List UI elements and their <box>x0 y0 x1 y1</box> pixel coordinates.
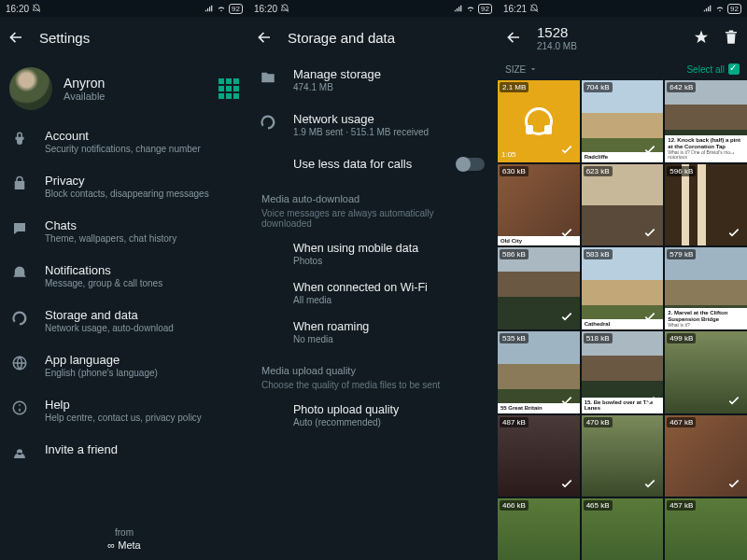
settings-item-privacy[interactable]: Privacy Block contacts, disappearing mes… <box>0 164 248 209</box>
bell-off-icon <box>280 4 289 13</box>
upload-quality-desc: Choose the quality of media files to be … <box>248 380 498 396</box>
media-tile[interactable]: 623 kB <box>582 164 664 246</box>
check-icon <box>559 142 574 157</box>
chevron-down-icon <box>529 64 538 74</box>
tile-size: 2.1 MB <box>500 82 529 92</box>
profile-status: Available <box>63 91 105 102</box>
tile-size: 704 kB <box>584 82 613 92</box>
qr-icon[interactable] <box>218 78 239 99</box>
less-data-row[interactable]: Use less data for calls <box>248 147 498 180</box>
back-icon[interactable] <box>256 29 273 46</box>
media-tile[interactable]: 457 kB <box>665 498 747 560</box>
photo-quality-row[interactable]: Photo upload quality Auto (recommended) <box>248 396 498 435</box>
check-icon <box>726 225 741 240</box>
media-tile[interactable]: 630 kBOld City <box>498 164 580 246</box>
media-tile[interactable]: 499 kB <box>665 331 747 413</box>
media-tile[interactable]: 583 kBCathedral <box>582 247 664 329</box>
selection-size: 214.0 MB <box>537 41 577 51</box>
media-tile[interactable]: 467 kB <box>665 415 747 497</box>
less-data-toggle[interactable] <box>457 158 485 171</box>
settings-item-notifications[interactable]: Notifications Message, group & call tone… <box>0 254 248 299</box>
select-all-button[interactable]: Select all <box>686 63 740 75</box>
header: 1528 214.0 MB <box>498 17 747 58</box>
auto-download-row[interactable]: When roamingNo media <box>248 313 498 352</box>
tile-size: 457 kB <box>667 500 696 511</box>
media-tile[interactable]: 704 kBRadcliffe <box>582 80 664 162</box>
row-icon <box>11 310 28 327</box>
media-tile[interactable]: 586 kB <box>498 247 580 329</box>
check-icon <box>726 393 741 408</box>
media-tile[interactable]: 465 kB <box>582 498 664 560</box>
wifi-icon <box>715 4 725 13</box>
check-icon <box>642 309 657 324</box>
media-tile[interactable]: 535 kB55 Great Britain <box>498 331 580 413</box>
tile-size: 499 kB <box>667 333 696 343</box>
media-auto-desc: Voice messages are always automatically … <box>248 208 498 234</box>
data-usage-icon <box>260 114 276 131</box>
settings-item-help[interactable]: Help Help centre, contact us, privacy po… <box>0 388 248 433</box>
check-icon <box>642 225 657 240</box>
sort-button[interactable]: SIZE <box>505 64 538 75</box>
network-usage-row[interactable]: Network usage 1.9 MB sent · 515.1 MB rec… <box>248 103 498 147</box>
headphones-icon <box>525 107 553 135</box>
status-bar: 16:20 92 <box>248 0 498 17</box>
header: Settings <box>0 17 248 58</box>
check-icon <box>559 309 574 324</box>
row-icon <box>11 265 28 282</box>
settings-item-account[interactable]: Account Security notifications, change n… <box>0 119 248 164</box>
settings-item-invite-a-friend[interactable]: Invite a friend <box>0 433 248 474</box>
row-icon <box>11 399 28 416</box>
folder-icon <box>260 69 276 86</box>
tile-size: 583 kB <box>584 249 613 259</box>
manage-storage-row[interactable]: Manage storage 474.1 MB <box>248 58 498 103</box>
status-time: 16:20 <box>6 4 29 14</box>
tile-size: 470 kB <box>584 417 613 427</box>
check-icon <box>642 476 657 491</box>
settings-item-storage-and-data[interactable]: Storage and data Network usage, auto-dow… <box>0 299 248 343</box>
media-tile[interactable]: 487 kB <box>498 415 580 497</box>
select-all-checkbox[interactable] <box>728 63 740 75</box>
settings-item-chats[interactable]: Chats Theme, wallpapers, chat history <box>0 209 248 254</box>
row-icon <box>11 175 28 192</box>
media-tile[interactable]: 579 kB2. Marvel at the Clifton Suspensio… <box>665 247 747 329</box>
auto-download-row[interactable]: When connected on Wi-FiAll media <box>248 273 498 313</box>
media-tile[interactable]: 470 kB <box>582 415 664 497</box>
check-icon <box>642 393 657 408</box>
settings-item-app-language[interactable]: App language English (phone's language) <box>0 343 248 388</box>
signal-icon <box>703 4 712 13</box>
media-grid: 2.1 MB1:05704 kBRadcliffe642 kB12. Knock… <box>498 80 747 560</box>
tile-size: 579 kB <box>667 249 696 259</box>
page-title: Storage and data <box>288 30 395 46</box>
row-icon <box>11 220 28 237</box>
tile-size: 487 kB <box>500 417 529 427</box>
media-tile[interactable]: 518 kB15. Be bowled over at The Lanes <box>582 331 664 413</box>
media-tile[interactable]: 642 kB12. Knock back (half) a pint at th… <box>665 80 747 162</box>
battery-icon: 92 <box>727 4 741 14</box>
star-icon[interactable] <box>693 29 710 46</box>
battery-icon: 92 <box>478 4 492 14</box>
auto-download-row[interactable]: When using mobile dataPhotos <box>248 234 498 273</box>
back-icon[interactable] <box>505 29 522 46</box>
back-icon[interactable] <box>7 29 24 46</box>
tile-size: 518 kB <box>584 333 613 343</box>
row-icon <box>11 131 28 147</box>
bell-off-icon <box>529 4 539 13</box>
media-tile[interactable]: 466 kB <box>498 498 580 560</box>
tile-size: 642 kB <box>667 82 696 92</box>
status-bar: 16:20 92 <box>0 0 248 17</box>
status-bar: 16:21 92 <box>498 0 747 17</box>
tile-size: 466 kB <box>500 500 529 511</box>
check-icon <box>726 142 741 157</box>
bell-off-icon <box>32 4 41 13</box>
battery-icon: 92 <box>229 4 243 14</box>
media-tile[interactable]: 596 kB <box>665 164 747 246</box>
tile-size: 596 kB <box>667 166 696 176</box>
profile-row[interactable]: Anyron Available <box>0 58 248 119</box>
media-tile[interactable]: 2.1 MB1:05 <box>498 80 580 162</box>
delete-icon[interactable] <box>723 29 740 46</box>
row-icon <box>11 355 28 371</box>
check-icon <box>559 476 574 491</box>
signal-icon <box>454 4 463 13</box>
check-icon <box>559 393 574 408</box>
status-time: 16:20 <box>254 4 277 14</box>
